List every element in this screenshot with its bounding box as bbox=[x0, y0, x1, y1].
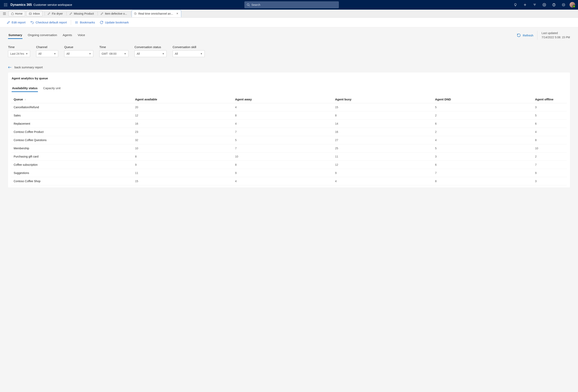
filter-skill-select[interactable]: All▼ bbox=[173, 50, 205, 57]
svg-point-20 bbox=[563, 4, 563, 5]
inbox-label: Inbox bbox=[33, 12, 40, 15]
tab-separator bbox=[131, 12, 131, 15]
list-icon bbox=[75, 21, 78, 24]
table-row[interactable]: Membership 10 7 25 5 10 bbox=[11, 144, 567, 153]
cell-queue: Suggestions bbox=[11, 169, 134, 177]
inbox-pill[interactable]: Inbox bbox=[26, 11, 42, 16]
col-away[interactable]: Agent away bbox=[233, 96, 333, 103]
cell-offline: 4 bbox=[533, 128, 567, 136]
col-offline[interactable]: Agent offline bbox=[533, 96, 567, 103]
filter-icon[interactable] bbox=[530, 0, 539, 10]
cell-dnd: 5 bbox=[434, 103, 533, 112]
tab-label: Missing Product bbox=[74, 12, 94, 15]
svg-point-0 bbox=[4, 3, 5, 4]
col-queue[interactable]: Queue↑ bbox=[11, 96, 134, 103]
tab-realtime-omnichannel[interactable]: Real time omnichannel an... × bbox=[132, 10, 181, 17]
tab-voice[interactable]: Voice bbox=[77, 32, 86, 39]
chevron-down-icon: ▼ bbox=[26, 52, 28, 55]
app-launcher-icon[interactable] bbox=[1, 3, 10, 6]
cell-queue: Sales bbox=[11, 112, 134, 120]
svg-line-10 bbox=[249, 5, 250, 6]
table-row[interactable]: Sales 12 8 8 2 5 bbox=[11, 112, 567, 120]
last-updated-label: Last updated bbox=[541, 31, 570, 35]
home-pill[interactable]: Home bbox=[8, 11, 25, 16]
table-row[interactable]: Contoso Coffee Questions 32 5 27 4 8 bbox=[11, 136, 567, 144]
close-icon[interactable]: × bbox=[176, 12, 178, 15]
edit-report-label: Edit report bbox=[12, 21, 25, 24]
tab-agents[interactable]: Agents bbox=[62, 32, 72, 39]
user-avatar[interactable] bbox=[570, 2, 575, 8]
tab-separator bbox=[45, 12, 45, 15]
tab-item-defective[interactable]: Item defective o... bbox=[98, 10, 130, 17]
edit-report-button[interactable]: Edit report bbox=[5, 19, 28, 25]
filter-channel-label: Channel bbox=[36, 45, 58, 49]
update-bookmark-button[interactable]: Update bookmark bbox=[98, 19, 131, 25]
table-row[interactable]: Coffee subscription 9 8 12 6 7 bbox=[11, 161, 567, 169]
cell-busy: 16 bbox=[333, 128, 433, 136]
refresh-icon bbox=[517, 33, 521, 37]
analytics-icon bbox=[134, 12, 137, 15]
refresh-button[interactable]: Refresh bbox=[517, 33, 533, 37]
table-row[interactable]: Contoso Coffee Product 23 7 16 2 4 bbox=[11, 128, 567, 136]
filters-row: Time Last 24 hrs▼ Channel All▼ Queue All… bbox=[8, 45, 570, 57]
cell-offline: 6 bbox=[533, 120, 567, 128]
cell-offline: 5 bbox=[533, 112, 567, 120]
cell-busy: 9 bbox=[333, 169, 433, 177]
table-row[interactable]: Purchasing gift card 8 10 11 3 2 bbox=[11, 153, 567, 161]
help-icon[interactable] bbox=[549, 0, 558, 10]
cell-available: 11 bbox=[134, 169, 233, 177]
table-row[interactable]: Contoso Coffee Shop 15 4 4 8 3 bbox=[11, 177, 567, 185]
bookmarks-button[interactable]: Bookmarks bbox=[73, 19, 97, 25]
cell-busy: 14 bbox=[333, 120, 433, 128]
tab-ongoing[interactable]: Ongoing conversation bbox=[27, 32, 57, 39]
tab-summary[interactable]: Summary bbox=[8, 32, 22, 39]
search-input[interactable]: Search bbox=[244, 1, 339, 8]
cell-away: 4 bbox=[233, 103, 333, 112]
svg-point-31 bbox=[75, 23, 76, 23]
cell-dnd: 2 bbox=[434, 128, 533, 136]
settings-icon[interactable] bbox=[540, 0, 549, 10]
checkout-label: Checkout default report bbox=[36, 21, 67, 24]
refresh-icon bbox=[100, 21, 103, 24]
filter-channel-select[interactable]: All▼ bbox=[36, 50, 58, 57]
filter-queue-select[interactable]: All▼ bbox=[64, 50, 93, 57]
filter-tz-select[interactable]: GMT -08:00▼ bbox=[99, 50, 128, 57]
table-row[interactable]: Suggestions 11 9 9 7 9 bbox=[11, 169, 567, 177]
hamburger-icon[interactable] bbox=[1, 12, 8, 15]
back-link[interactable]: back summary report bbox=[8, 66, 570, 69]
cell-offline: 3 bbox=[533, 177, 567, 185]
col-available[interactable]: Agent available bbox=[134, 96, 233, 103]
tab-separator bbox=[66, 12, 67, 15]
col-dnd[interactable]: Agent DND bbox=[434, 96, 533, 103]
tab-fix-dryer[interactable]: Fix dryer bbox=[46, 10, 66, 17]
sub-tab-availability[interactable]: Availability status bbox=[12, 85, 38, 92]
panel-sub-tabs: Availability status Capacity unit bbox=[8, 85, 570, 92]
checkout-report-button[interactable]: Checkout default report bbox=[28, 19, 69, 25]
table-row[interactable]: Cancellation/Refund 20 4 15 5 3 bbox=[11, 103, 567, 112]
cell-queue: Cancellation/Refund bbox=[11, 103, 134, 112]
filter-tz-label: Time bbox=[99, 45, 128, 49]
filter-time-select[interactable]: Last 24 hrs▼ bbox=[8, 50, 30, 57]
filter-status-select[interactable]: All▼ bbox=[135, 50, 167, 57]
svg-point-5 bbox=[7, 5, 7, 5]
svg-point-29 bbox=[75, 21, 76, 22]
cell-offline: 2 bbox=[533, 153, 567, 161]
sub-tab-capacity[interactable]: Capacity unit bbox=[43, 85, 61, 92]
pencil-icon bbox=[7, 21, 10, 24]
filter-skill-label: Conversation skill bbox=[173, 45, 205, 49]
plus-icon[interactable] bbox=[521, 0, 530, 10]
lightbulb-icon[interactable] bbox=[511, 0, 520, 10]
emoji-icon[interactable] bbox=[559, 0, 568, 10]
workspace-name: Customer service workspace bbox=[34, 3, 72, 6]
col-busy[interactable]: Agent busy bbox=[333, 96, 433, 103]
app-header: Dynamics 365 Customer service workspace … bbox=[0, 0, 578, 10]
cell-dnd: 3 bbox=[434, 153, 533, 161]
cell-available: 9 bbox=[134, 161, 233, 169]
table-header-row: Queue↑ Agent available Agent away Agent … bbox=[11, 96, 567, 103]
cell-queue: Purchasing gift card bbox=[11, 153, 134, 161]
cell-queue: Membership bbox=[11, 144, 134, 153]
table-row[interactable]: Replacement 16 4 14 6 6 bbox=[11, 120, 567, 128]
svg-point-16 bbox=[544, 4, 545, 5]
tab-missing-product[interactable]: Missing Product bbox=[67, 10, 97, 17]
cell-away: 9 bbox=[233, 169, 333, 177]
